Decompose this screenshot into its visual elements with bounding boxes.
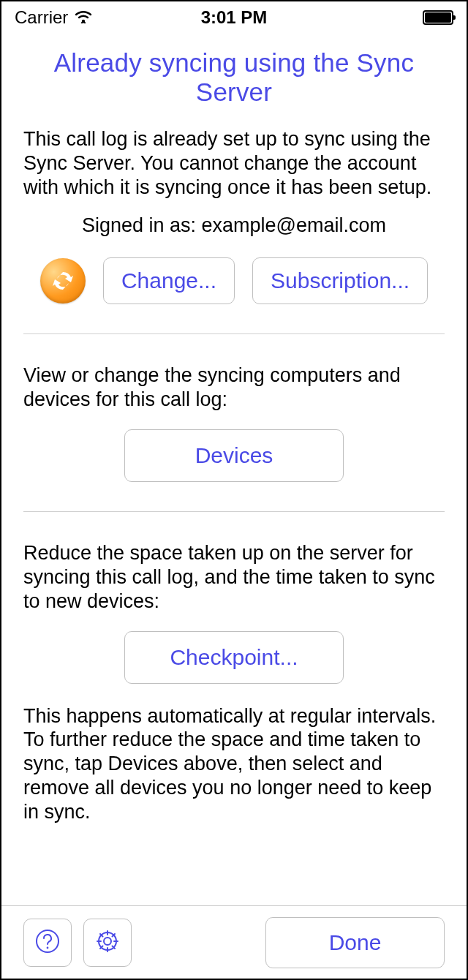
signed-in-line: Signed in as: example@email.com <box>23 214 445 237</box>
signed-in-label: Signed in as: <box>82 214 202 236</box>
wifi-icon <box>74 7 93 28</box>
change-button[interactable]: Change... <box>103 257 235 304</box>
intro-text: This call log is already set up to sync … <box>23 127 445 200</box>
help-button[interactable] <box>23 919 72 967</box>
svg-point-3 <box>104 938 111 945</box>
svg-point-0 <box>82 20 85 23</box>
battery-icon <box>423 10 453 25</box>
status-time: 3:01 PM <box>201 7 268 28</box>
status-bar-left: Carrier <box>15 7 93 28</box>
main-content: Already syncing using the Sync Server Th… <box>1 34 467 905</box>
sync-icon <box>40 258 86 304</box>
svg-point-1 <box>37 930 58 952</box>
carrier-label: Carrier <box>15 7 68 28</box>
status-bar-right <box>423 10 453 25</box>
svg-point-2 <box>47 947 49 949</box>
status-bar: Carrier 3:01 PM <box>1 1 467 34</box>
gear-icon <box>93 927 122 958</box>
page-title: Already syncing using the Sync Server <box>23 48 445 107</box>
checkpoint-button[interactable]: Checkpoint... <box>124 631 344 684</box>
divider <box>23 333 445 334</box>
device-frame: Carrier 3:01 PM Already syncing using th… <box>0 0 468 980</box>
devices-text: View or change the syncing computers and… <box>23 363 445 412</box>
subscription-button[interactable]: Subscription... <box>252 257 428 304</box>
signed-in-email: example@email.com <box>202 214 387 236</box>
divider <box>23 511 445 512</box>
checkpoint-text: Reduce the space taken up on the server … <box>23 541 445 614</box>
devices-button[interactable]: Devices <box>124 429 344 482</box>
settings-button[interactable] <box>83 919 132 967</box>
help-icon <box>34 927 61 957</box>
account-button-row: Change... Subscription... <box>23 257 445 304</box>
bottom-toolbar: Done <box>1 905 467 979</box>
checkpoint-after-text: This happens automatically at regular in… <box>23 704 445 825</box>
done-button[interactable]: Done <box>265 917 445 968</box>
